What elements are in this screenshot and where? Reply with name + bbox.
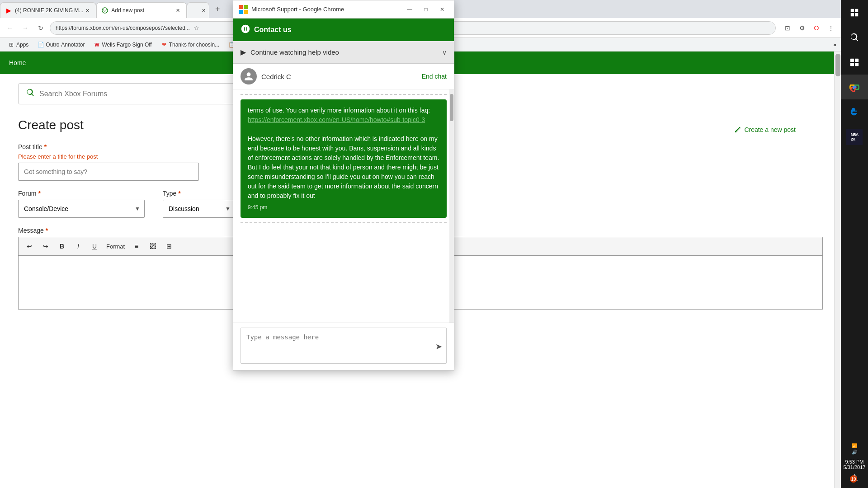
forum-select-wrap: Console/Device Games & Apps Xbox Live Su…: [18, 200, 145, 218]
youtube-favicon: ▶: [5, 7, 12, 14]
send-button[interactable]: ➤: [435, 342, 442, 352]
task-view-icon[interactable]: [841, 50, 868, 75]
ms-close-button[interactable]: ✕: [436, 3, 448, 16]
agent-avatar: [241, 68, 257, 84]
create-new-post-link[interactable]: Create a new post: [734, 126, 796, 133]
bookmark-thanks[interactable]: ❤ Thanks for choosin...: [157, 41, 223, 49]
forum-required: *: [38, 190, 40, 197]
type-select[interactable]: Discussion Question Idea: [163, 200, 235, 218]
bookmark-star-icon[interactable]: ☆: [193, 24, 199, 32]
tab-xbox[interactable]: Add new post ✕: [96, 2, 187, 18]
microsoft-logo: [239, 5, 248, 14]
tab-youtube-close[interactable]: ✕: [83, 6, 91, 14]
bookmark-outro[interactable]: 📄 Outro-Annotator: [34, 41, 88, 49]
ms-chat-input-wrap: ➤: [241, 328, 447, 366]
end-chat-button[interactable]: End chat: [422, 73, 447, 80]
new-tab-button[interactable]: +: [211, 3, 224, 15]
ms-chat-input-area: ➤: [233, 323, 454, 370]
type-select-wrap: Discussion Question Idea ▼: [163, 200, 235, 218]
chat-scrollbar[interactable]: [449, 89, 454, 323]
underline-button[interactable]: U: [88, 240, 101, 253]
windows-start-icon[interactable]: [841, 0, 868, 25]
chat-separator-bottom: [241, 222, 447, 223]
ms-logo-blue: [239, 10, 243, 14]
empty-favicon: [192, 7, 199, 14]
chat-input[interactable]: [241, 328, 447, 364]
browser-toolbar-icons: ⊡ ⚙ O ⋮: [781, 22, 837, 34]
ms-video-banner[interactable]: ▶ Continue watching help video ∨: [233, 41, 454, 64]
ms-chat-header: Cedrick C End chat: [233, 64, 454, 89]
forward-button[interactable]: →: [19, 22, 32, 34]
svg-point-5: [852, 85, 856, 89]
create-new-post-label: Create a new post: [744, 126, 796, 133]
search-icon: [26, 88, 35, 99]
opera-icon[interactable]: O: [810, 22, 823, 34]
taskbar-right: NBA2K 📶 🔊 9:53 PM 5/31/2017 19: [841, 0, 868, 488]
bookmark-wellsfargo[interactable]: W Wells Fargo Sign Off: [90, 41, 155, 49]
reload-button[interactable]: ↻: [34, 22, 47, 34]
outro-favicon: 📄: [38, 42, 44, 48]
tab-empty[interactable]: ✕: [187, 2, 209, 18]
ms-maximize-button[interactable]: □: [420, 3, 432, 16]
chat-timestamp: 9:45 pm: [248, 203, 439, 211]
message-required: *: [46, 227, 48, 234]
ms-minimize-button[interactable]: —: [403, 3, 416, 16]
format-label[interactable]: Format: [104, 243, 127, 250]
cast-icon[interactable]: ⊡: [781, 22, 794, 34]
back-button[interactable]: ←: [4, 22, 16, 34]
svg-point-0: [102, 8, 108, 13]
image-button[interactable]: 🖼: [146, 240, 159, 253]
post-title-required: *: [44, 143, 47, 150]
extensions-icon[interactable]: ⚙: [796, 22, 808, 34]
main-scrollbar[interactable]: [834, 52, 841, 488]
contact-icon: [241, 24, 250, 36]
notification-area[interactable]: 19: [850, 474, 859, 484]
tab-youtube[interactable]: ▶ (4) RONNIE 2K GIVING M... ✕: [0, 2, 96, 18]
table-button[interactable]: ⊞: [163, 240, 175, 253]
list-button[interactable]: ≡: [130, 240, 143, 253]
search-taskbar-icon[interactable]: [841, 25, 868, 50]
chat-link[interactable]: https://enforcement.xbox.com/en-US/home/…: [248, 116, 425, 123]
svg-rect-2: [855, 58, 859, 61]
undo-button[interactable]: ↩: [23, 240, 36, 253]
ms-window-title: Microsoft Support - Google Chrome: [251, 6, 400, 13]
tab-xbox-label: Add new post: [111, 7, 174, 14]
ms-logo-red: [239, 5, 243, 9]
ms-logo-yellow: [244, 10, 248, 14]
redo-button[interactable]: ↪: [39, 240, 52, 253]
forum-select[interactable]: Console/Device Games & Apps Xbox Live Su…: [18, 200, 145, 218]
svg-rect-4: [855, 62, 859, 66]
forum-col: Forum * Console/Device Games & Apps Xbox…: [18, 190, 145, 218]
tab-xbox-close[interactable]: ✕: [174, 6, 182, 14]
xbox-favicon: [101, 7, 108, 14]
taskbar-wifi-icon[interactable]: 📶: [852, 443, 857, 449]
menu-icon[interactable]: ⋮: [825, 22, 837, 34]
post-title-input[interactable]: [18, 163, 199, 181]
contact-us-label: Contact us: [254, 26, 292, 34]
chat-bubble-agent: terms of use. You can verify more inform…: [241, 99, 447, 218]
video-chevron-icon: ∨: [442, 49, 447, 56]
taskbar-clock: 9:53 PM 5/31/2017: [842, 455, 868, 474]
ms-chat-body[interactable]: terms of use. You can verify more inform…: [233, 89, 454, 323]
bold-button[interactable]: B: [56, 240, 68, 253]
bookmarks-overflow[interactable]: »: [833, 42, 836, 48]
edge-taskbar-icon[interactable]: [841, 99, 868, 124]
bookmark-outro-label: Outro-Annotator: [46, 42, 85, 48]
chrome-taskbar-icon[interactable]: [841, 75, 868, 99]
bookmark-wellsfargo-label: Wells Fargo Sign Off: [102, 42, 151, 48]
main-scrollbar-thumb[interactable]: [835, 54, 840, 76]
bookmark-apps[interactable]: ⊞ Apps: [5, 41, 32, 49]
italic-button[interactable]: I: [72, 240, 85, 253]
tab-empty-close[interactable]: ✕: [202, 6, 206, 14]
nba2k-taskbar-icon[interactable]: NBA2K: [841, 124, 868, 149]
taskbar-volume-icon[interactable]: 🔊: [852, 449, 857, 455]
bookmark-thanks-label: Thanks for choosin...: [169, 42, 219, 48]
chat-separator-top: [241, 94, 447, 95]
search-input[interactable]: [39, 90, 245, 98]
chat-message-body: However, there's no other information wh…: [248, 135, 439, 199]
svg-rect-3: [850, 62, 854, 66]
chat-scrollbar-thumb[interactable]: [450, 94, 453, 121]
search-box[interactable]: [18, 83, 253, 104]
type-label: Type *: [163, 190, 235, 197]
home-link[interactable]: Home: [9, 59, 26, 66]
